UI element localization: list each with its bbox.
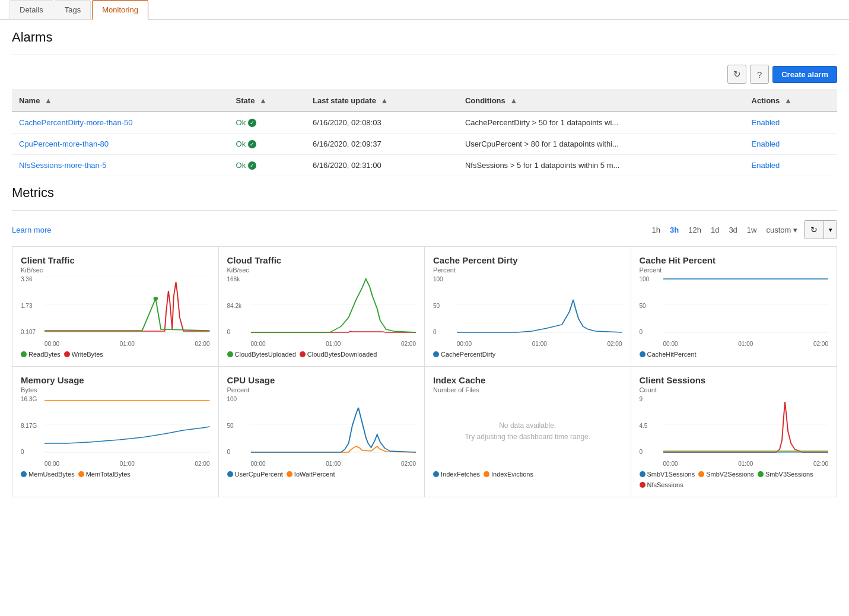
tab-tags[interactable]: Tags <box>55 0 91 19</box>
enabled-badge: Enabled <box>752 118 780 127</box>
tab-details[interactable]: Details <box>9 0 53 19</box>
legend-item: MemUsedBytes <box>21 471 75 478</box>
alarms-title: Alarms <box>12 30 837 45</box>
y-axis-labels: 100 50 0 <box>227 396 250 455</box>
legend-label: SmbV2Sessions <box>706 471 754 478</box>
chart-legend: ReadBytes WriteBytes <box>21 351 210 358</box>
legend-dot <box>64 351 70 357</box>
help-button[interactable]: ? <box>750 65 769 84</box>
chart-title: Client Sessions <box>640 375 829 385</box>
chart-index-cache: Index Cache Number of Files No data avai… <box>425 367 631 497</box>
refresh-dropdown-button[interactable]: ▾ <box>823 221 837 239</box>
chart-inner <box>44 276 210 335</box>
legend-item: CloudBytesUploaded <box>227 351 296 358</box>
legend-dot <box>698 471 704 477</box>
chart-title: Client Traffic <box>21 255 210 265</box>
chart-inner <box>251 396 416 455</box>
chart-unit: Percent <box>433 266 622 274</box>
x-label-2: 02:00 <box>401 461 416 467</box>
col-conditions[interactable]: Conditions ▲ <box>458 90 745 112</box>
legend-dot <box>640 471 646 477</box>
chart-legend: CachePercentDirty <box>433 351 622 358</box>
legend-dot <box>433 471 439 477</box>
y-label-top: 100 <box>433 276 456 282</box>
refresh-metrics-button[interactable]: ↻ <box>805 221 823 239</box>
refresh-alarms-button[interactable]: ↻ <box>727 65 746 84</box>
chart-cpu-usage: CPU Usage Percent 100 50 0 00:00 01:00 0… <box>219 367 425 497</box>
time-1d[interactable]: 1d <box>708 224 722 236</box>
time-12h[interactable]: 12h <box>685 224 704 236</box>
col-last-update[interactable]: Last state update ▲ <box>306 90 458 112</box>
time-3d[interactable]: 3d <box>726 224 740 236</box>
x-label-2: 02:00 <box>607 341 622 347</box>
status-dot: ✓ <box>248 119 256 127</box>
chart-inner <box>44 396 210 455</box>
tab-monitoring[interactable]: Monitoring <box>92 0 148 20</box>
alarm-name-link[interactable]: CachePercentDirty-more-than-50 <box>19 118 132 127</box>
alarm-actions: Enabled <box>745 112 837 134</box>
learn-more-link[interactable]: Learn more <box>12 226 51 234</box>
y-label-bot: 0 <box>640 329 662 335</box>
legend-label: CloudBytesUploaded <box>235 351 296 358</box>
legend-dot <box>640 482 646 488</box>
alarm-last-update: 6/16/2020, 02:09:37 <box>306 134 458 155</box>
y-label-top: 9 <box>640 396 662 402</box>
legend-label: NfsSessions <box>647 481 683 488</box>
chart-title: CPU Usage <box>227 375 416 385</box>
chart-inner <box>251 276 416 335</box>
y-label-mid: 84.2k <box>227 303 250 309</box>
y-label-top: 3.36 <box>21 276 43 282</box>
x-label-0: 00:00 <box>251 461 266 467</box>
metrics-divider <box>12 210 837 211</box>
x-label-0: 00:00 <box>663 341 678 347</box>
y-label-bot: 0 <box>433 329 456 335</box>
alarm-name-link[interactable]: NfsSessions-more-than-5 <box>19 161 106 170</box>
legend-dot <box>640 351 646 357</box>
x-label-1: 01:00 <box>120 461 135 467</box>
metrics-header: Learn more 1h 3h 12h 1d 3d 1w custom ▾ ↻… <box>12 220 837 239</box>
legend-item: WriteBytes <box>64 351 103 358</box>
chart-area: 16.3G 8.17G 0 00:00 01:00 02:00 <box>21 396 210 467</box>
x-label-2: 02:00 <box>195 341 209 347</box>
y-label-top: 100 <box>227 396 250 402</box>
y-label-top: 100 <box>640 276 662 282</box>
time-1h[interactable]: 1h <box>649 224 663 236</box>
alarms-table: Name ▲ State ▲ Last state update ▲ Condi… <box>12 90 837 176</box>
metrics-title: Metrics <box>12 185 837 201</box>
legend-dot <box>227 351 233 357</box>
x-label-1: 01:00 <box>532 341 547 347</box>
y-label-mid: 1.73 <box>21 303 43 309</box>
legend-dot <box>21 351 27 357</box>
legend-dot <box>300 351 306 357</box>
time-1w[interactable]: 1w <box>744 224 760 236</box>
legend-item: CachePercentDirty <box>433 351 495 358</box>
table-row: NfsSessions-more-than-5 Ok ✓ 6/16/2020, … <box>12 155 837 176</box>
legend-dot <box>433 351 439 357</box>
chart-unit: Percent <box>640 266 829 274</box>
x-label-0: 00:00 <box>457 341 472 347</box>
alarm-conditions: CachePercentDirty > 50 for 1 datapoints … <box>458 112 745 134</box>
legend-dot <box>287 471 292 477</box>
y-label-bot: 0 <box>640 449 662 455</box>
alarm-name-link[interactable]: CpuPercent-more-than-80 <box>19 139 109 148</box>
legend-label: IoWaitPercent <box>294 471 335 478</box>
legend-dot <box>78 471 84 477</box>
y-label-bot: 0 <box>227 329 250 335</box>
legend-dot <box>484 471 489 477</box>
legend-label: SmbV1Sessions <box>647 471 695 478</box>
x-label-0: 00:00 <box>44 461 59 467</box>
y-axis-labels: 168k 84.2k 0 <box>227 276 250 335</box>
x-label-2: 02:00 <box>813 461 828 467</box>
alarm-conditions: NfsSessions > 5 for 1 datapoints within … <box>458 155 745 176</box>
table-row: CpuPercent-more-than-80 Ok ✓ 6/16/2020, … <box>12 134 837 155</box>
create-alarm-button[interactable]: Create alarm <box>772 66 837 83</box>
time-3h[interactable]: 3h <box>667 224 682 236</box>
chart-inner <box>663 276 829 335</box>
legend-label: UserCpuPercent <box>235 471 283 478</box>
chart-cache-hit-percent: Cache Hit Percent Percent 100 50 0 00:00… <box>631 247 837 366</box>
time-custom[interactable]: custom ▾ <box>763 224 800 236</box>
col-state[interactable]: State ▲ <box>229 90 306 112</box>
chart-unit: Percent <box>227 386 416 393</box>
col-name[interactable]: Name ▲ <box>12 90 229 112</box>
col-actions[interactable]: Actions ▲ <box>745 90 837 112</box>
